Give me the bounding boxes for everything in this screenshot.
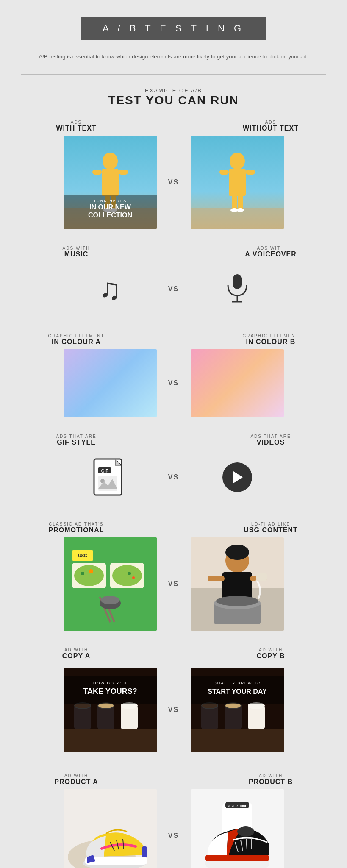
vs-label-7: VS <box>157 832 191 840</box>
page-wrapper: A / B T E S T I N G A/B testing is essen… <box>0 0 347 868</box>
svg-point-37 <box>74 565 104 586</box>
svg-point-58 <box>216 596 258 606</box>
comparison-labels: ADS WITH TEXT ADS WITHOUT TEXT <box>8 120 339 132</box>
svg-rect-94 <box>142 846 147 857</box>
section-heading: EXAMPLE OF A/B TEST YOU CAN RUN <box>8 87 339 107</box>
svg-rect-83 <box>191 729 284 752</box>
right-sub-6: AD WITH <box>224 648 317 652</box>
comparison-row-4: GIF VS <box>8 450 339 505</box>
right-sub-3: GRAPHIC ELELMENT <box>224 334 317 338</box>
svg-text:USG: USG <box>78 554 87 558</box>
svg-point-69 <box>98 703 114 708</box>
copy-b-svg: QUALITY BREW TO START YOUR DAY <box>191 663 284 757</box>
left-sub-7: AD WITH <box>30 773 123 778</box>
left-main-3: IN COLOUR A <box>30 338 123 346</box>
svg-text:START YOUR DAY: START YOUR DAY <box>208 688 267 695</box>
left-label-5: CLASSIC AD THAT'S PROMOTIONAL <box>30 522 123 534</box>
comparison-row-5: USG VS <box>8 537 339 631</box>
svg-rect-3 <box>102 169 119 196</box>
svg-rect-79 <box>248 706 265 729</box>
svg-point-41 <box>128 572 131 575</box>
comparison-row-3: VS <box>8 349 339 417</box>
right-sub-7: AD WITH <box>224 773 317 778</box>
comparison-colour-a-vs-b: GRAPHIC ELELMENT IN COLOUR A GRAPHIC ELE… <box>8 334 339 417</box>
svg-rect-20 <box>232 195 237 210</box>
comparison-row-6: HOW DO YOU TAKE YOURS? VS <box>8 663 339 757</box>
fashion-with-text-image: TURN HEADS IN OUR NEW COLLECTION <box>64 136 157 229</box>
svg-point-82 <box>225 703 241 708</box>
left-main-2: MUSIC <box>30 250 123 258</box>
left-main-4: GIF STYLE <box>30 439 123 446</box>
video-icon-box <box>191 450 284 505</box>
svg-rect-77 <box>225 706 242 729</box>
left-label-2: ADS WITH MUSIC <box>30 246 123 258</box>
svg-point-2 <box>103 153 118 170</box>
svg-rect-70 <box>64 729 157 752</box>
right-sub-2: ADS WITH <box>224 246 317 250</box>
product-a-image <box>64 789 157 868</box>
left-main-5: PROMOTIONAL <box>30 526 123 534</box>
fashion-without-text-image <box>191 136 284 229</box>
food-promo-image: USG <box>64 537 157 631</box>
right-main-5: USG CONTENT <box>224 526 317 534</box>
comparison-copy-a-vs-b: AD WITH COPY A AD WITH COPY B <box>8 648 339 757</box>
comparison-labels-7: AD WITH PRODUCT A AD WITH PRODUCT B <box>8 773 339 786</box>
example-label: EXAMPLE OF A/B <box>8 87 339 94</box>
svg-rect-17 <box>229 169 246 196</box>
copy-b-image: QUALITY BREW TO START YOUR DAY <box>191 663 284 757</box>
left-label-7: AD WITH PRODUCT A <box>30 773 123 786</box>
left-label: ADS WITH TEXT <box>30 120 123 132</box>
comparison-music-vs-voiceover: ADS WITH MUSIC ADS WITH A VOICEOVER ♫ VS <box>8 246 339 317</box>
svg-rect-4 <box>92 170 102 175</box>
svg-text:TAKE YOURS?: TAKE YOURS? <box>83 687 137 696</box>
comparison-labels-6: AD WITH COPY A AD WITH COPY B <box>8 648 339 660</box>
fashion-svg-b <box>191 136 284 229</box>
section-big-title: TEST YOU CAN RUN <box>8 94 339 107</box>
vs-label-6: VS <box>157 706 191 714</box>
svg-text:GIF: GIF <box>101 469 108 473</box>
svg-text:HOW DO YOU: HOW DO YOU <box>93 681 127 685</box>
svg-text:TURN HEADS: TURN HEADS <box>93 199 127 203</box>
microphone-icon <box>225 272 250 306</box>
comparison-labels-2: ADS WITH MUSIC ADS WITH A VOICEOVER <box>8 246 339 258</box>
subtitle-text: A/B testing is essential to know which d… <box>34 53 313 61</box>
svg-point-40 <box>89 569 93 573</box>
left-sub-5: CLASSIC AD THAT'S <box>30 522 123 526</box>
right-main-label: WITHOUT TEXT <box>224 125 317 132</box>
right-label-7: AD WITH PRODUCT B <box>224 773 317 786</box>
colour-a-box <box>64 349 157 417</box>
comparison-product-a-vs-b: AD WITH PRODUCT A AD WITH PRODUCT B <box>8 773 339 868</box>
right-label-5: LO-FI AD LIKE USG CONTENT <box>224 522 317 534</box>
right-label-6: AD WITH COPY B <box>224 648 317 660</box>
vs-label-2: VS <box>157 285 191 293</box>
left-label-4: ADS THAT ARE GIF STYLE <box>30 434 123 446</box>
food-promo-svg: USG <box>64 537 157 631</box>
svg-point-42 <box>132 576 135 579</box>
svg-point-23 <box>236 208 244 212</box>
comparison-gif-vs-video: ADS THAT ARE GIF STYLE ADS THAT ARE VIDE… <box>8 434 339 505</box>
svg-point-46 <box>101 596 119 604</box>
svg-rect-66 <box>121 706 138 729</box>
svg-rect-62 <box>74 706 91 729</box>
svg-point-68 <box>75 703 90 708</box>
left-main-7: PRODUCT A <box>30 778 123 786</box>
comparison-text-vs-notext: ADS WITH TEXT ADS WITHOUT TEXT <box>8 120 339 229</box>
cooking-ugc-image <box>191 537 284 631</box>
svg-point-38 <box>112 565 142 586</box>
svg-point-101 <box>237 826 254 837</box>
svg-rect-18 <box>219 170 229 175</box>
comparison-row: TURN HEADS IN OUR NEW COLLECTION VS <box>8 136 339 229</box>
microphone-icon-box <box>191 262 284 317</box>
right-main-6: COPY B <box>224 652 317 660</box>
music-note-icon: ♫ <box>99 272 121 306</box>
svg-rect-75 <box>201 706 218 729</box>
play-triangle-icon <box>233 471 243 483</box>
comparison-labels-5: CLASSIC AD THAT'S PROMOTIONAL LO-FI AD L… <box>8 522 339 534</box>
left-sub-3: GRAPHIC ELELMENT <box>30 334 123 338</box>
svg-line-105 <box>251 838 252 849</box>
right-sub-label: ADS <box>224 120 317 125</box>
left-label-6: AD WITH COPY A <box>30 648 123 660</box>
svg-rect-21 <box>238 195 243 210</box>
right-main-4: VIDEOS <box>224 439 317 446</box>
shoe-b-svg: NEVER DONE <box>191 789 284 868</box>
